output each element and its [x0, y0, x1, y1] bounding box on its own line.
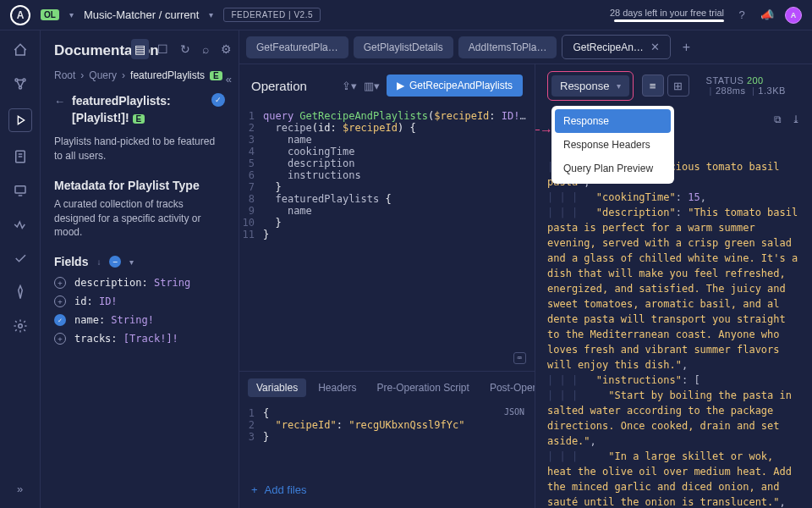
field-item[interactable]: +description: String: [54, 277, 225, 289]
nav-rail: »: [0, 30, 41, 508]
graph-icon[interactable]: [11, 75, 30, 93]
project-selector[interactable]: Music-Matcher / current: [84, 8, 200, 21]
operation-tabs: GetFeaturedPla…GetPlaylistDetailsAddItem…: [239, 30, 812, 64]
operation-tab[interactable]: GetRecipeAn…✕: [562, 35, 670, 59]
field-list: +description: String+id: ID!✓name: Strin…: [54, 277, 225, 345]
breadcrumbs: Root› Query› featuredPlaylists E: [54, 69, 225, 81]
check-badge-icon[interactable]: ✓: [211, 93, 225, 107]
type-description: Playlists hand-picked to be featured to …: [54, 135, 225, 163]
response-pane: Response ▾ ResponseResponse HeadersQuery…: [535, 64, 812, 508]
response-dropdown[interactable]: Response ▾: [551, 75, 629, 97]
vars-tab[interactable]: Headers: [310, 378, 365, 397]
collapse-sidebar-icon[interactable]: «: [226, 73, 232, 86]
json-label: JSON: [504, 407, 524, 417]
svg-point-1: [23, 79, 25, 81]
chevron-down-icon[interactable]: ▾: [209, 10, 213, 19]
checks-icon[interactable]: [11, 249, 30, 268]
bookmark-icon[interactable]: ☐: [157, 42, 168, 56]
field-item[interactable]: +id: ID!: [54, 295, 225, 307]
type-signature: featuredPlaylists: [Playlist!]! E: [72, 93, 205, 126]
schema-icon[interactable]: [11, 147, 30, 166]
field-item[interactable]: +tracks: [Track!]!: [54, 333, 225, 345]
collapse-fields-icon[interactable]: −: [109, 256, 121, 268]
dropdown-item[interactable]: Response: [555, 109, 671, 133]
save-icon[interactable]: ▥▾: [364, 80, 380, 92]
trial-status: 28 days left in your free trial: [610, 8, 724, 22]
search-icon[interactable]: ⌕: [202, 42, 209, 56]
check-icon: ✓: [54, 314, 66, 326]
add-tab-button[interactable]: +: [676, 40, 697, 55]
svg-point-9: [18, 324, 22, 329]
operation-tab[interactable]: GetFeaturedPla…: [246, 36, 348, 58]
copy-icon[interactable]: ⧉: [774, 112, 782, 127]
operation-title: Operation: [251, 79, 335, 93]
crumb-query[interactable]: Query: [89, 69, 117, 81]
home-icon[interactable]: [11, 41, 30, 59]
insights-icon[interactable]: [11, 215, 30, 234]
clients-icon[interactable]: [11, 181, 30, 200]
close-icon[interactable]: ✕: [650, 41, 660, 53]
response-dropdown-menu: ResponseResponse HeadersQuery Plan Previ…: [551, 106, 674, 184]
launches-icon[interactable]: [11, 283, 30, 301]
chevron-down-icon[interactable]: ▾: [69, 10, 74, 19]
metadata-title: Metadata for Playlist Type: [54, 179, 225, 192]
table-view-button[interactable]: ⊞: [667, 75, 689, 97]
org-badge[interactable]: OL: [41, 9, 59, 20]
response-dropdown-highlight: Response ▾ ResponseResponse HeadersQuery…: [547, 71, 634, 101]
download-icon[interactable]: ⤓: [792, 112, 800, 127]
chevron-down-icon[interactable]: ▾: [129, 257, 134, 267]
query-editor[interactable]: 1query GetRecipeAndPlaylists($recipeId: …: [239, 107, 535, 371]
sort-icon[interactable]: ↓: [96, 257, 101, 267]
list-view-button[interactable]: ≡: [642, 75, 664, 97]
settings-icon[interactable]: ⚙: [221, 42, 232, 56]
notification-icon[interactable]: 📣: [760, 8, 775, 23]
expand-icon[interactable]: »: [11, 479, 30, 498]
doc-icon[interactable]: ▤: [131, 39, 149, 59]
plus-icon[interactable]: +: [54, 277, 66, 289]
keyboard-hint: ⌨: [513, 352, 526, 364]
settings-icon[interactable]: [11, 317, 30, 335]
back-arrow-icon[interactable]: ←: [54, 95, 65, 108]
add-files-button[interactable]: + Add files: [239, 472, 535, 508]
response-status: STATUS 200 |288ms |1.3KB: [706, 75, 800, 96]
help-icon[interactable]: ?: [734, 8, 749, 23]
svg-point-0: [15, 79, 18, 81]
user-avatar[interactable]: A: [785, 7, 802, 24]
svg-point-2: [19, 86, 21, 89]
federated-badge: FEDERATED | V2.5: [223, 8, 321, 22]
topbar: A OL ▾ Music-Matcher / current ▾ FEDERAT…: [0, 0, 812, 30]
vars-tab[interactable]: Pre-Operation Script: [369, 378, 478, 397]
dropdown-item[interactable]: Response Headers: [555, 133, 671, 157]
metadata-description: A curated collection of tracks designed …: [54, 197, 225, 240]
svg-marker-3: [18, 116, 24, 124]
svg-rect-7: [15, 186, 25, 193]
crumb-current: featuredPlaylists: [130, 69, 205, 81]
operation-tab[interactable]: GetPlaylistDetails: [354, 36, 453, 58]
fields-title: Fields: [54, 255, 88, 268]
crumb-root[interactable]: Root: [54, 69, 75, 81]
explorer-icon[interactable]: [8, 108, 32, 132]
documentation-sidebar: ▤ ☐ ↻ ⌕ ⚙ « Documentation Root› Query› f…: [41, 30, 239, 508]
variables-editor[interactable]: JSON 1{2 "recipeId": "recgUKbxnQssl9fYc"…: [239, 404, 535, 472]
run-button[interactable]: ▶ GetRecipeAndPlaylists: [387, 75, 523, 97]
entity-badge: E: [210, 71, 222, 80]
share-icon[interactable]: ⇪▾: [342, 80, 357, 92]
plus-icon[interactable]: +: [54, 333, 66, 345]
plus-icon[interactable]: +: [54, 295, 66, 307]
operation-pane: Operation ⇪▾ ▥▾ ▶ GetRecipeAndPlaylists …: [239, 64, 535, 508]
vars-tab[interactable]: Post-Operatio: [481, 378, 535, 397]
field-item[interactable]: ✓name: String!: [54, 314, 225, 326]
operation-tab[interactable]: AddItemsToPla…: [458, 36, 557, 58]
variables-tabs: VariablesHeadersPre-Operation ScriptPost…: [239, 372, 535, 404]
dropdown-item[interactable]: Query Plan Preview: [555, 157, 671, 180]
vars-tab[interactable]: Variables: [248, 378, 306, 397]
history-icon[interactable]: ↻: [180, 42, 190, 56]
apollo-logo[interactable]: A: [10, 5, 30, 25]
